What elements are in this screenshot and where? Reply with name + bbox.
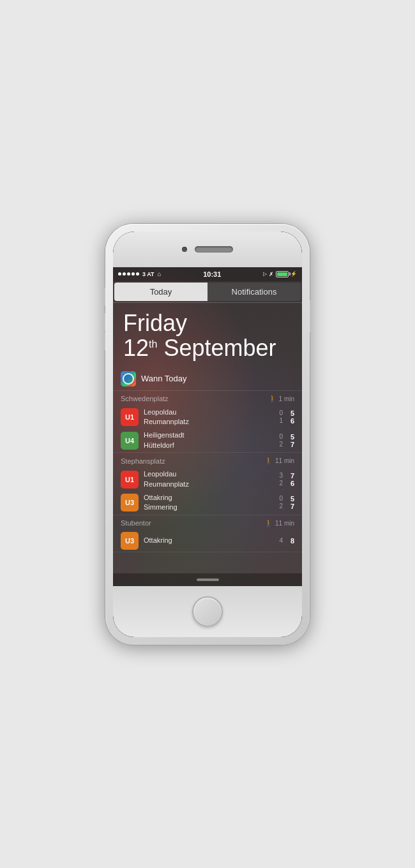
line-badge-u1-1: U1 — [121, 408, 139, 426]
dest-row-u3-1b: Simmering — [144, 503, 271, 512]
times-u1-2: 3 7 2 6 — [276, 472, 294, 487]
phone-body: 3 AT ⌂ 10:31 ▷ ✗ ⚡ — [113, 232, 302, 637]
line-badge-u4-1: U4 — [121, 432, 139, 450]
time-min-u4-1a: 0 — [276, 433, 283, 441]
widget-title: Wann Today — [141, 374, 187, 383]
bottom-handle — [113, 573, 302, 586]
dest-row-u3-1a: Ottakring — [144, 493, 271, 503]
app-icon — [121, 371, 136, 386]
time-row-u3-1b: 2 7 — [276, 503, 294, 510]
time-min-u3-2a: 4 — [276, 537, 283, 545]
phone-frame: 3 AT ⌂ 10:31 ▷ ✗ ⚡ — [105, 224, 310, 645]
walk-icon-2: 🚶 — [264, 457, 273, 465]
phone-top-bar — [113, 232, 302, 267]
time-val-u3-1a: 5 — [287, 495, 294, 503]
date-header: Friday 12th September — [113, 303, 302, 367]
screen-content: 3 AT ⌂ 10:31 ▷ ✗ ⚡ — [113, 267, 302, 586]
dest-row-u3-2a: Ottakring — [144, 536, 271, 545]
dest-row-u1-2b: Reumannplatz — [144, 480, 271, 489]
station-header-1: Schwedenplatz 🚶 1 min — [113, 391, 302, 406]
dest-row-u4-1a: Heiligenstadt — [144, 430, 271, 440]
signal-dot-4 — [132, 272, 135, 276]
transit-row-u3-stubentor: U3 Ottakring 4 8 — [113, 530, 302, 552]
station-walk-2: 🚶 11 min — [264, 457, 294, 465]
time-min-u3-1b: 2 — [276, 503, 283, 510]
time-val-1b: 6 — [287, 417, 294, 425]
times-u3-2: 4 8 — [276, 537, 294, 545]
battery-container: ⚡ — [276, 271, 297, 277]
destinations-u1-2: Leopoldau Reumannplatz — [144, 469, 271, 489]
time-row-1a: 0 5 — [276, 409, 294, 417]
station-section-stubentor: Stubentor 🚶 11 min U3 Ottakring — [113, 515, 302, 552]
time-val-u4-1a: 5 — [287, 433, 294, 441]
time-val-u1-2a: 7 — [287, 472, 294, 480]
station-header-3: Stubentor 🚶 11 min — [113, 515, 302, 530]
time-row-1b: 1 6 — [276, 417, 294, 425]
dest-row-1b: Reumannplatz — [144, 417, 271, 427]
station-header-2: Stephansplatz 🚶 11 min — [113, 453, 302, 467]
status-time: 10:31 — [203, 270, 221, 278]
battery-body — [276, 271, 289, 277]
destinations-u3-2: Ottakring — [144, 536, 271, 545]
status-right: ▷ ✗ ⚡ — [263, 271, 297, 277]
time-min-1a: 0 — [276, 409, 283, 417]
phone-bottom-bar — [113, 586, 302, 637]
signal-dot-2 — [123, 272, 126, 276]
wifi-icon: ⌂ — [158, 270, 162, 277]
handle-bar — [197, 578, 219, 581]
time-val-u4-1b: 7 — [287, 441, 294, 448]
line-badge-u1-2: U1 — [121, 471, 139, 489]
speaker-grill — [195, 246, 233, 253]
time-row-u4-1a: 0 5 — [276, 433, 294, 441]
station-name-1: Schwedenplatz — [121, 395, 169, 402]
date-day: Friday — [123, 311, 292, 336]
destinations-u4-1: Heiligenstadt Hütteldorf — [144, 430, 271, 450]
station-walk-1: 🚶 1 min — [268, 395, 294, 403]
bluetooth-icon: ✗ — [269, 271, 274, 277]
time-val-u1-2b: 6 — [287, 480, 294, 487]
station-walk-3: 🚶 11 min — [264, 519, 294, 527]
destinations-u1-1: Leopoldau Reumannplatz — [144, 408, 271, 427]
walk-time-2: 11 min — [275, 457, 294, 464]
time-row-u4-1b: 2 7 — [276, 441, 294, 448]
time-row-u3-2a: 4 8 — [276, 537, 294, 545]
line-badge-u3-1: U3 — [121, 494, 139, 511]
location-icon: ▷ — [263, 271, 267, 277]
widget-header: Wann Today — [113, 367, 302, 391]
time-row-u3-1a: 0 5 — [276, 495, 294, 503]
destinations-u3-1: Ottakring Simmering — [144, 493, 271, 513]
transit-row-u4-schwedenplatz: U4 Heiligenstadt Hütteldorf 0 5 — [113, 429, 302, 452]
walk-icon-1: 🚶 — [268, 395, 277, 403]
line-badge-u3-2: U3 — [121, 532, 139, 550]
time-min-u1-2a: 3 — [276, 472, 283, 480]
signal-dot-5 — [136, 272, 139, 276]
transit-row-u1-stephansplatz: U1 Leopoldau Reumannplatz 3 7 — [113, 467, 302, 491]
dest-row-u1-2a: Leopoldau — [144, 469, 271, 479]
time-min-u3-1a: 0 — [276, 495, 283, 503]
status-bar: 3 AT ⌂ 10:31 ▷ ✗ ⚡ — [113, 267, 302, 281]
times-u4-1: 0 5 2 7 — [276, 433, 294, 448]
time-val-u3-1b: 7 — [287, 503, 294, 510]
date-num: 12 — [123, 335, 149, 361]
screen: 3 AT ⌂ 10:31 ▷ ✗ ⚡ — [113, 267, 302, 586]
tab-today[interactable]: Today — [114, 283, 207, 301]
station-name-2: Stephansplatz — [121, 457, 165, 465]
time-min-u1-2b: 2 — [276, 480, 283, 487]
date-month: September — [163, 335, 276, 361]
widget-area: Wann Today Schwedenplatz 🚶 1 min — [113, 367, 302, 573]
signal-dot-1 — [118, 272, 121, 276]
date-full: 12th September — [123, 335, 292, 361]
globe-icon — [123, 373, 134, 385]
carrier-text: 3 AT — [142, 271, 155, 277]
time-min-u4-1b: 2 — [276, 441, 283, 448]
status-left: 3 AT ⌂ — [118, 270, 162, 277]
transit-row-u3-stephansplatz: U3 Ottakring Simmering 0 5 — [113, 491, 302, 515]
time-val-u3-2a: 8 — [287, 537, 294, 545]
battery-fill — [277, 272, 287, 276]
times-u1-1: 0 5 1 6 — [276, 409, 294, 425]
home-button[interactable] — [192, 596, 223, 627]
tab-notifications[interactable]: Notifications — [207, 283, 301, 301]
date-sup: th — [149, 339, 157, 349]
times-u3-1: 0 5 2 7 — [276, 495, 294, 510]
walk-time-3: 11 min — [275, 520, 294, 527]
